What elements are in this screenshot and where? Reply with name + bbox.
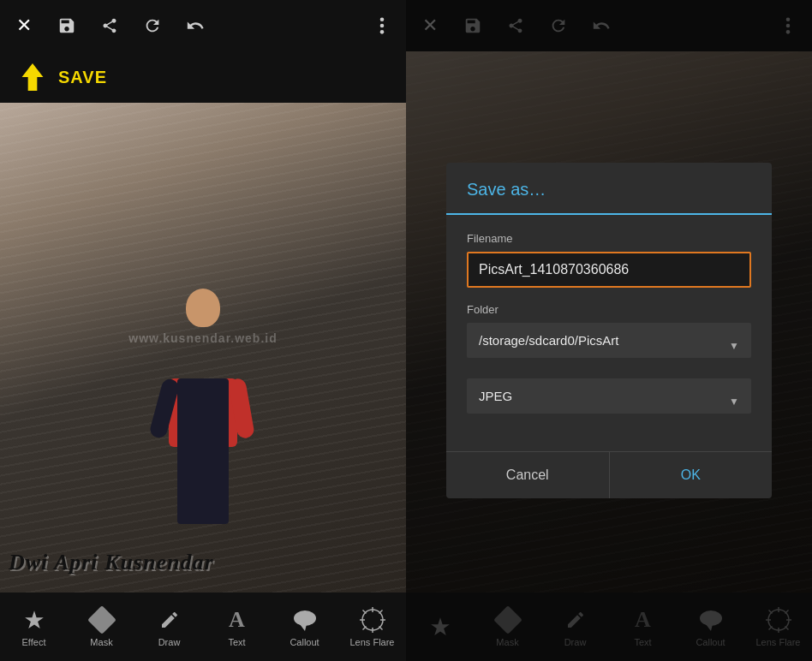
watermark-text: www.kusnendar.web.id [128,331,278,345]
svg-marker-3 [22,63,44,91]
lens-flare-icon [359,606,386,634]
cancel-button[interactable]: Cancel [446,452,610,498]
svg-point-0 [380,17,385,21]
save-as-dialog: Save as… Filename Folder /storage/sdcard… [446,163,772,498]
save-disk-button[interactable] [53,12,81,39]
canvas-area: www.kusnendar.web.id Dwi Apri Kusnendar [0,103,406,593]
refresh-button[interactable] [139,12,166,39]
dialog-body: Filename Folder /storage/sdcard0/PicsArt… [446,215,772,451]
svg-point-2 [380,30,385,34]
tool-draw[interactable]: Draw [144,606,195,647]
save-label: SAVE [58,68,107,87]
person-body [177,378,229,524]
filename-label: Filename [467,232,751,245]
folder-select[interactable]: /storage/sdcard0/PicsArt [467,323,751,358]
mask-icon [88,606,116,634]
image-title-text: Dwi Apri Kusnendar [9,550,214,575]
close-button[interactable]: ✕ [10,12,38,39]
tool-text[interactable]: A Text [212,606,263,647]
more-options-button[interactable] [368,12,396,39]
right-panel: ✕ [406,0,812,661]
left-top-bar: ✕ [0,0,406,51]
text-icon: A [224,606,251,634]
svg-point-4 [294,610,316,626]
person-figure [152,284,254,524]
tool-lens-flare[interactable]: Lens Flare [347,606,398,647]
text-label: Text [228,637,245,647]
callout-icon [291,606,319,634]
callout-label: Callout [290,637,319,647]
undo-button[interactable] [182,12,209,39]
save-area[interactable]: SAVE [0,51,406,103]
mask-label: Mask [90,637,112,647]
dialog-overlay: Save as… Filename Folder /storage/sdcard… [406,0,812,661]
dialog-buttons: Cancel OK [446,451,772,498]
svg-marker-5 [300,624,307,631]
dialog-title: Save as… [446,163,772,215]
tool-mask[interactable]: Mask [76,606,128,647]
effect-label: Effect [22,637,46,647]
tool-callout[interactable]: Callout [279,606,331,647]
share-button[interactable] [96,12,123,39]
lens-flare-label: Lens Flare [350,637,395,647]
upload-arrow-icon [21,63,45,91]
ok-button[interactable]: OK [610,452,773,498]
svg-point-1 [380,24,385,28]
person-head [186,289,220,327]
left-bottom-toolbar: Effect Mask Draw A Text [0,593,406,661]
folder-select-wrapper: /storage/sdcard0/PicsArt [467,323,751,368]
folder-label: Folder [467,303,751,316]
format-select-wrapper: JPEG [467,378,751,424]
format-select[interactable]: JPEG [467,378,751,414]
effect-icon [21,606,48,634]
draw-label: Draw [158,637,181,647]
draw-icon [156,606,183,634]
tool-effect[interactable]: Effect [9,606,60,647]
left-panel: ✕ [0,0,406,661]
filename-input[interactable] [467,252,751,288]
